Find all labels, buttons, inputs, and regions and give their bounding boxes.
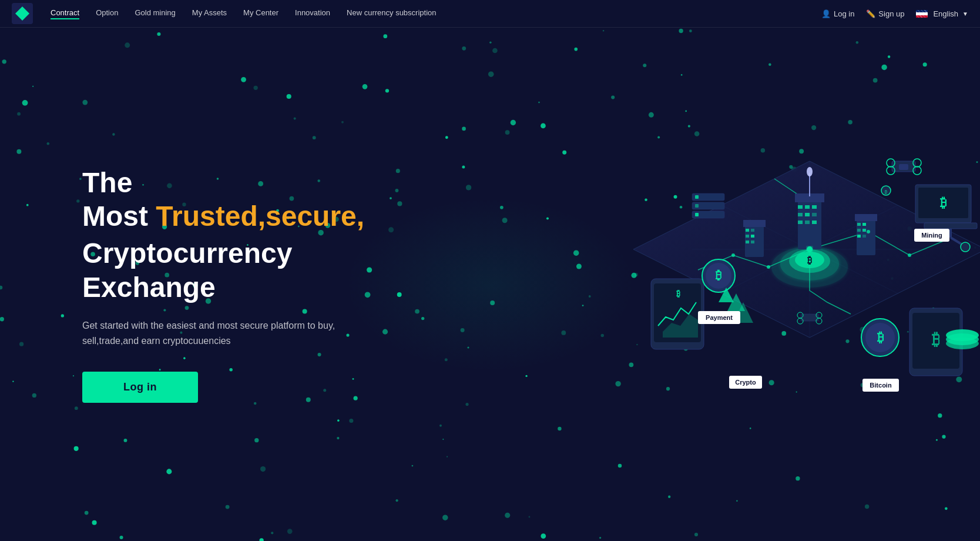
- svg-rect-15: [798, 213, 803, 216]
- iso-svg: ₿: [604, 114, 980, 455]
- svg-rect-37: [746, 241, 749, 243]
- nav-links: Contract Option Gold mining My Assets My…: [51, 8, 821, 19]
- svg-rect-26: [862, 223, 866, 226]
- svg-point-92: [807, 246, 813, 252]
- svg-text:Payment: Payment: [706, 314, 733, 321]
- user-icon: 👤: [821, 9, 831, 18]
- language-selector[interactable]: English ▼: [916, 9, 968, 18]
- svg-text:Bitcoin: Bitcoin: [870, 382, 892, 389]
- hero-title-line1: The Most Trusted,secure,: [82, 166, 411, 233]
- hero-illustration: ₿: [604, 114, 980, 455]
- svg-point-95: [767, 265, 770, 269]
- svg-rect-17: [812, 213, 817, 216]
- svg-rect-12: [798, 205, 803, 209]
- svg-rect-28: [862, 229, 866, 232]
- svg-rect-20: [812, 221, 817, 224]
- svg-point-44: [961, 242, 970, 252]
- svg-point-93: [867, 230, 870, 233]
- svg-rect-58: [695, 213, 699, 216]
- svg-rect-38: [751, 241, 754, 243]
- svg-rect-16: [805, 213, 810, 216]
- svg-text:Mining: Mining: [921, 232, 942, 239]
- hero-content: The Most Trusted,secure, Cryptocurrency …: [0, 166, 411, 403]
- nav-link-option[interactable]: Option: [96, 8, 118, 19]
- svg-text:₿: ₿: [884, 189, 887, 195]
- svg-text:₿: ₿: [676, 289, 680, 298]
- svg-rect-31: [745, 223, 764, 257]
- svg-text:₿: ₿: [877, 330, 884, 345]
- navbar: Contract Option Gold mining My Assets My…: [0, 0, 980, 28]
- svg-text:₿: ₿: [716, 269, 721, 282]
- svg-rect-27: [857, 229, 861, 232]
- edit-icon: ✏️: [866, 9, 875, 18]
- nav-link-contract[interactable]: Contract: [51, 8, 79, 19]
- logo[interactable]: [12, 3, 33, 24]
- svg-rect-33: [746, 229, 749, 232]
- logo-icon: [15, 6, 29, 21]
- svg-rect-34: [751, 229, 754, 232]
- svg-point-22: [807, 167, 813, 176]
- svg-rect-45: [924, 223, 977, 229]
- hero-subtitle: Get started with the easiest and most se…: [82, 318, 376, 348]
- svg-rect-24: [855, 214, 877, 221]
- svg-point-94: [908, 253, 911, 257]
- svg-rect-25: [857, 223, 861, 226]
- nav-link-my-assets[interactable]: My Assets: [192, 8, 227, 19]
- nav-link-new-currency[interactable]: New currency subscription: [347, 8, 436, 19]
- svg-point-89: [946, 329, 979, 341]
- svg-rect-57: [695, 204, 699, 208]
- svg-rect-13: [805, 205, 810, 209]
- svg-rect-14: [812, 205, 817, 209]
- nav-link-gold-mining[interactable]: Gold mining: [135, 8, 175, 19]
- svg-text:₿: ₿: [807, 255, 812, 265]
- nav-right: 👤 Log in ✏️ Sign up English ▼: [821, 9, 968, 18]
- svg-rect-36: [751, 235, 754, 238]
- signup-nav-button[interactable]: ✏️ Sign up: [866, 9, 904, 18]
- chevron-down-icon: ▼: [962, 11, 968, 17]
- svg-text:₿: ₿: [940, 195, 947, 210]
- svg-rect-30: [862, 235, 866, 238]
- hero-title-line2: Cryptocurrency Exchange: [82, 236, 411, 304]
- nav-link-my-center[interactable]: My Center: [243, 8, 278, 19]
- svg-rect-18: [798, 221, 803, 224]
- flag-icon: [916, 10, 928, 18]
- svg-point-96: [731, 253, 735, 257]
- login-nav-button[interactable]: 👤 Log in: [821, 9, 854, 18]
- nav-link-innovation[interactable]: Innovation: [295, 8, 330, 19]
- hero-login-button[interactable]: Log in: [82, 372, 198, 403]
- svg-rect-19: [805, 221, 810, 224]
- svg-rect-56: [695, 195, 699, 199]
- svg-rect-71: [801, 314, 818, 321]
- svg-rect-29: [857, 235, 861, 238]
- svg-rect-67: [899, 164, 908, 170]
- svg-text:₿: ₿: [932, 330, 940, 349]
- svg-text:Crypto: Crypto: [735, 379, 756, 386]
- hero-section: The Most Trusted,secure, Cryptocurrency …: [0, 28, 980, 541]
- svg-rect-32: [743, 220, 766, 227]
- svg-rect-35: [746, 235, 749, 238]
